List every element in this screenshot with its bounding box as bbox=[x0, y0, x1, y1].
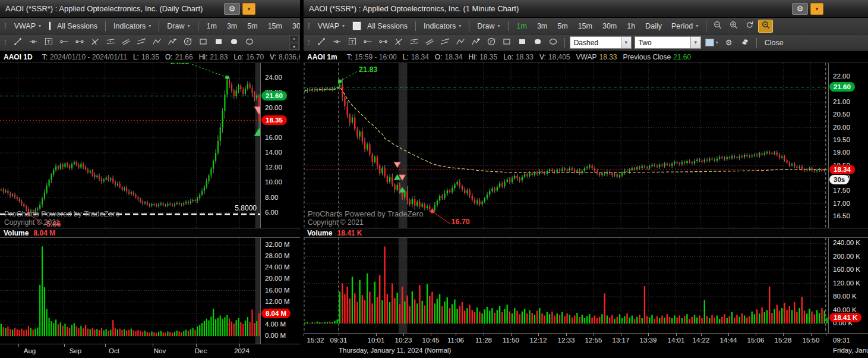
text-icon bbox=[44, 37, 53, 48]
line-color-swatch[interactable]: ▾ bbox=[703, 39, 721, 46]
cross-line-button[interactable] bbox=[391, 36, 406, 49]
time-axis[interactable]: 15:3209:3110:0110:2310:4511:0611:2811:50… bbox=[304, 333, 868, 358]
timeframe-5m-button[interactable]: 5m bbox=[242, 19, 262, 33]
vwap-dropdown[interactable]: VWAP▾ bbox=[10, 19, 45, 33]
panel-titlebar[interactable]: AAOI (*SSR*) : Applied Optoelectronics, … bbox=[304, 0, 868, 18]
line-width-select[interactable]: Two ▼ bbox=[635, 36, 701, 49]
timeframe-1m-button[interactable]: 1m bbox=[202, 19, 222, 33]
sloped-channel-button[interactable] bbox=[118, 36, 134, 49]
sloped-channel-button[interactable] bbox=[422, 36, 437, 49]
toolbar-grip[interactable]: ⁞ bbox=[1, 21, 10, 30]
volume-chart[interactable]: 32.00 M28.00 M24.00 M20.00 M16.00 M12.00… bbox=[0, 238, 300, 344]
timeframe-3m-button[interactable]: 3m bbox=[532, 19, 552, 33]
panel-titlebar[interactable]: AAOI (*SSR*) : Applied Optoelectronics, … bbox=[0, 0, 300, 18]
period-dropdown[interactable]: Period▾ bbox=[667, 19, 702, 33]
zoom-reset-button[interactable] bbox=[742, 20, 757, 33]
zigzag-button[interactable] bbox=[453, 36, 468, 49]
panel-menu-button[interactable]: ▾ bbox=[810, 3, 823, 15]
draw-dropdown[interactable]: Draw▾ bbox=[163, 19, 194, 33]
time-tick-label: 14:22 bbox=[693, 337, 710, 344]
volume-axis[interactable]: 240.00 K200.00 K160.00 K120.00 K80.00 K4… bbox=[828, 238, 868, 333]
timeframe-daily-button[interactable]: Daily bbox=[640, 19, 667, 33]
vwap-dropdown[interactable]: VWAP▾ bbox=[314, 19, 349, 33]
main-toolbar: ⁞ VWAP▾ All Sessions Indicators▾ Draw▾ 1… bbox=[304, 18, 868, 34]
zigzag-plus-icon bbox=[471, 37, 481, 48]
panel-menu-button[interactable]: ▾ bbox=[242, 3, 255, 15]
timeframe-1h-button[interactable]: 1h bbox=[622, 19, 640, 33]
zigzag-plus-button[interactable] bbox=[468, 36, 484, 49]
settings-gear-button[interactable]: ⚙ bbox=[224, 3, 240, 15]
timeframe-15m-button[interactable]: 15m bbox=[263, 19, 287, 33]
toolbar-grip[interactable]: ⁞ bbox=[305, 21, 313, 30]
timeframe-1m-button[interactable]: 1m bbox=[512, 19, 532, 33]
text-button[interactable] bbox=[345, 36, 360, 49]
drawing-toolbar: ⁞ F » ▾ bbox=[0, 34, 300, 51]
indicators-dropdown[interactable]: Indicators▾ bbox=[419, 19, 465, 33]
horizontal-ray-button[interactable] bbox=[56, 36, 72, 49]
last-price-badge: 18.34 bbox=[829, 165, 855, 174]
main-toolbar: ⁞ VWAP▾ All Sessions Indicators▾ Draw▾ 1… bbox=[0, 18, 300, 34]
toolbar-grip[interactable]: ⁞ bbox=[1, 38, 10, 47]
text-icon bbox=[348, 37, 357, 48]
all-sessions-checkbox[interactable] bbox=[353, 22, 361, 30]
ellipse-outline-button[interactable] bbox=[545, 36, 561, 49]
box-zoom-button[interactable] bbox=[758, 20, 773, 33]
panel-title: AAOI (*SSR*) : Applied Optoelectronics, … bbox=[5, 4, 224, 13]
parallel-lines-button[interactable] bbox=[134, 36, 149, 49]
timeframe-5m-button[interactable]: 5m bbox=[553, 19, 572, 33]
price-chart[interactable]: 5.800024.085.86 6.008.0010.0012.0014.001… bbox=[0, 63, 300, 228]
parallel-lines-icon bbox=[440, 37, 450, 48]
ray-button[interactable] bbox=[329, 36, 345, 49]
rect-filled-button[interactable] bbox=[515, 36, 530, 49]
rect-filled-round-button[interactable] bbox=[530, 36, 545, 49]
price-chart[interactable]: 21.8316.70 16.5017.0017.5018.0018.5019.0… bbox=[304, 63, 868, 228]
rect-filled-round-button[interactable] bbox=[226, 36, 242, 49]
trend-line-button[interactable] bbox=[10, 36, 26, 49]
price-axis[interactable]: 6.008.0010.0012.0014.0016.0018.0020.0022… bbox=[260, 63, 300, 228]
rect-outline-button[interactable] bbox=[195, 36, 211, 49]
price-axis[interactable]: 16.5017.0017.5018.0018.5019.0019.5020.00… bbox=[828, 63, 868, 228]
channel-button[interactable] bbox=[406, 36, 422, 49]
fibonacci-button[interactable]: F bbox=[484, 36, 499, 49]
settings-gear-button[interactable]: ⚙ bbox=[792, 3, 808, 15]
parallel-lines-button[interactable] bbox=[437, 36, 453, 49]
draw-dropdown[interactable]: Draw▾ bbox=[473, 19, 504, 33]
ray-icon bbox=[332, 37, 342, 48]
zoom-in-icon bbox=[729, 20, 738, 32]
timeframe-3m-button[interactable]: 3m bbox=[222, 19, 242, 33]
horizontal-ray-button[interactable] bbox=[360, 36, 375, 49]
zoom-in-button[interactable] bbox=[726, 20, 741, 33]
rect-filled-button[interactable] bbox=[211, 36, 226, 49]
fibonacci-button[interactable]: F bbox=[180, 36, 195, 49]
channel-button[interactable] bbox=[103, 36, 118, 49]
timeframe-30m-button[interactable]: 30m bbox=[598, 19, 621, 33]
drawing-toolbar: ⁞ F Dashed ▼ Two ▼ ▾ ⚙ Close bbox=[304, 34, 868, 51]
extended-line-button[interactable] bbox=[375, 36, 391, 49]
toolbar-grip[interactable]: ⁞ bbox=[305, 38, 313, 47]
time-axis[interactable]: AugSepOctNovDec2024 bbox=[0, 344, 300, 358]
all-sessions-checkbox[interactable] bbox=[49, 22, 50, 30]
zigzag-plus-button[interactable] bbox=[165, 36, 180, 49]
ray-button[interactable] bbox=[26, 36, 41, 49]
volume-chart[interactable]: 240.00 K200.00 K160.00 K120.00 K80.00 K4… bbox=[304, 238, 868, 333]
zigzag-button[interactable] bbox=[149, 36, 165, 49]
drawing-settings-button[interactable]: ⚙ bbox=[721, 36, 737, 49]
rect-outline-button[interactable] bbox=[499, 36, 515, 49]
cross-line-button[interactable] bbox=[87, 36, 103, 49]
indicators-dropdown[interactable]: Indicators▾ bbox=[109, 19, 155, 33]
eraser-button[interactable] bbox=[737, 36, 753, 49]
zoom-out-button[interactable] bbox=[710, 20, 725, 33]
line-style-select[interactable]: Dashed ▼ bbox=[570, 36, 632, 49]
volume-axis[interactable]: 32.00 M28.00 M24.00 M20.00 M16.00 M12.00… bbox=[260, 238, 300, 344]
price-tick-label: 12.00 bbox=[265, 164, 282, 171]
toolbar-overflow-more-button[interactable]: ▾ bbox=[289, 43, 299, 50]
toolbar-overflow-expand-button[interactable]: » bbox=[289, 35, 299, 42]
close-button[interactable]: Close bbox=[760, 36, 788, 50]
volume-value: 18.41 K bbox=[337, 229, 362, 237]
extended-line-button[interactable] bbox=[72, 36, 87, 49]
timeframe-15m-button[interactable]: 15m bbox=[573, 19, 597, 33]
timeframe-30m-button[interactable]: 30m bbox=[288, 19, 300, 33]
trend-line-button[interactable] bbox=[314, 36, 329, 49]
text-button[interactable] bbox=[41, 36, 56, 49]
ellipse-outline-button[interactable] bbox=[242, 36, 257, 49]
